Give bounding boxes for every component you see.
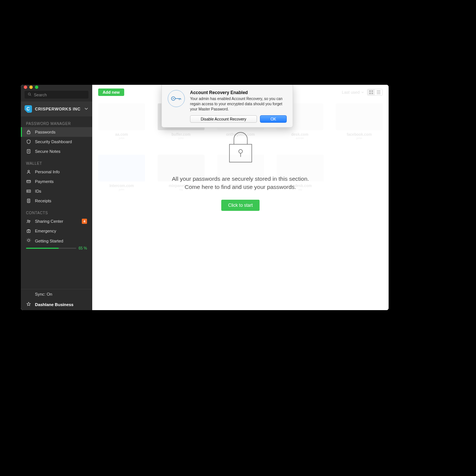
svg-point-22 (28, 239, 30, 241)
sidebar-item-label: Sharing Center (35, 219, 63, 223)
section-wallet: WALLET (21, 156, 92, 167)
lock-icon (26, 129, 31, 135)
click-to-start-button[interactable]: Click to start (221, 200, 259, 211)
svg-rect-33 (369, 93, 371, 94)
search-icon (28, 92, 32, 97)
sidebar-item-security-dashboard[interactable]: Security Dashboard (21, 137, 92, 147)
empty-text-line2: Come here to find and use your passwords… (172, 183, 309, 191)
window-traffic-lights (21, 85, 92, 89)
sidebar-item-payments[interactable]: Payments (21, 177, 92, 186)
empty-text-line1: All your passwords are securely stored i… (172, 175, 309, 183)
svg-rect-34 (372, 93, 373, 94)
progress-bar (26, 248, 76, 249)
medkit-icon (26, 228, 31, 234)
minimize-window-dot[interactable] (29, 86, 33, 89)
svg-point-39 (239, 149, 242, 153)
progress-percent: 65 % (78, 246, 87, 250)
sync-label: Sync: On (35, 292, 52, 296)
sidebar-item-emergency[interactable]: Emergency (21, 226, 92, 236)
svg-rect-31 (369, 90, 371, 92)
section-password-manager: PASSWORD MANAGER (21, 116, 92, 127)
receipt-icon (26, 198, 31, 203)
org-switcher[interactable]: C CRISPERWORKS INC (21, 102, 92, 116)
sidebar-item-label: Emergency (35, 229, 56, 233)
svg-line-27 (27, 239, 28, 239)
sidebar-item-label: Dashlane Business (35, 302, 74, 307)
account-recovery-dialog: Account Recovery Enabled Your admin has … (161, 85, 293, 128)
sidebar-item-label: Getting Started (35, 239, 63, 243)
sidebar-item-sharing-center[interactable]: Sharing Center 4 (21, 216, 92, 226)
svg-point-42 (173, 98, 174, 99)
svg-rect-2 (27, 132, 30, 134)
sharing-badge: 4 (82, 219, 87, 224)
key-circle-icon (168, 90, 185, 107)
svg-rect-32 (372, 90, 373, 92)
svg-rect-36 (377, 92, 380, 93)
sidebar-item-label: Payments (35, 179, 54, 184)
add-new-button[interactable]: Add new (98, 89, 124, 96)
svg-rect-37 (377, 93, 380, 94)
svg-point-18 (29, 221, 30, 222)
disable-account-recovery-button[interactable]: Disable Account Recovery (190, 115, 257, 123)
card-icon (26, 179, 31, 184)
svg-rect-3 (27, 149, 30, 153)
close-window-dot[interactable] (24, 86, 27, 89)
search-input[interactable]: Search (25, 91, 89, 99)
zoom-window-dot[interactable] (35, 86, 38, 89)
sidebar-item-label: Passwords (35, 130, 55, 134)
note-icon (26, 149, 31, 154)
star-icon (26, 302, 31, 308)
empty-state: All your passwords are securely stored i… (92, 128, 389, 211)
svg-line-1 (30, 95, 31, 96)
svg-line-29 (27, 242, 28, 242)
sidebar-item-ids[interactable]: IDs (21, 186, 92, 196)
chevron-down-icon (84, 106, 89, 112)
sidebar-item-passwords[interactable]: Passwords (21, 127, 92, 137)
sync-status[interactable]: Sync: On (21, 289, 92, 299)
sidebar-item-label: Personal Info (35, 170, 60, 174)
svg-point-17 (28, 220, 29, 222)
svg-rect-35 (377, 90, 380, 91)
section-contacts: CONTACTS (21, 206, 92, 216)
sort-label: Last used (342, 90, 360, 94)
org-logo: C (25, 105, 32, 113)
person-icon (26, 169, 31, 174)
search-placeholder: Search (34, 93, 47, 97)
grid-view-button[interactable] (367, 89, 375, 95)
svg-point-0 (28, 93, 30, 95)
lightbulb-icon (26, 238, 31, 244)
dialog-body: Your admin has enabled Account Recovery,… (190, 96, 287, 112)
sort-dropdown[interactable]: Last used (342, 90, 364, 94)
id-card-icon (26, 189, 31, 194)
sidebar-item-getting-started[interactable]: Getting Started 65 % (21, 236, 92, 255)
sidebar-item-secure-notes[interactable]: Secure Notes (21, 147, 92, 156)
view-toggle (367, 89, 383, 96)
list-view-button[interactable] (375, 89, 382, 95)
chevron-down-icon (361, 91, 364, 94)
main-content: Add new Last used aa.comjohn buffer.comj… (92, 85, 389, 310)
ok-button[interactable]: OK (260, 115, 287, 123)
org-name: CRISPERWORKS INC (35, 107, 80, 111)
svg-line-28 (30, 239, 30, 239)
svg-rect-7 (27, 180, 30, 183)
sidebar-item-label: Security Dashboard (35, 139, 72, 144)
svg-line-30 (30, 242, 30, 242)
sidebar-item-receipts[interactable]: Receipts (21, 196, 92, 206)
sidebar-item-dashlane-business[interactable]: Dashlane Business (21, 299, 92, 310)
lock-illustration-icon (225, 128, 256, 167)
sidebar-item-label: Secure Notes (35, 149, 60, 154)
app-window: Search C CRISPERWORKS INC PASSWORD MANAG… (21, 85, 389, 310)
shield-icon (26, 139, 31, 144)
people-icon (26, 219, 31, 224)
sidebar-item-personal-info[interactable]: Personal Info (21, 167, 92, 177)
sidebar-item-label: Receipts (35, 199, 51, 203)
svg-point-6 (28, 170, 29, 172)
svg-point-10 (28, 191, 28, 192)
sidebar: Search C CRISPERWORKS INC PASSWORD MANAG… (21, 85, 92, 310)
sidebar-item-label: IDs (35, 189, 41, 193)
dialog-title: Account Recovery Enabled (190, 90, 287, 95)
